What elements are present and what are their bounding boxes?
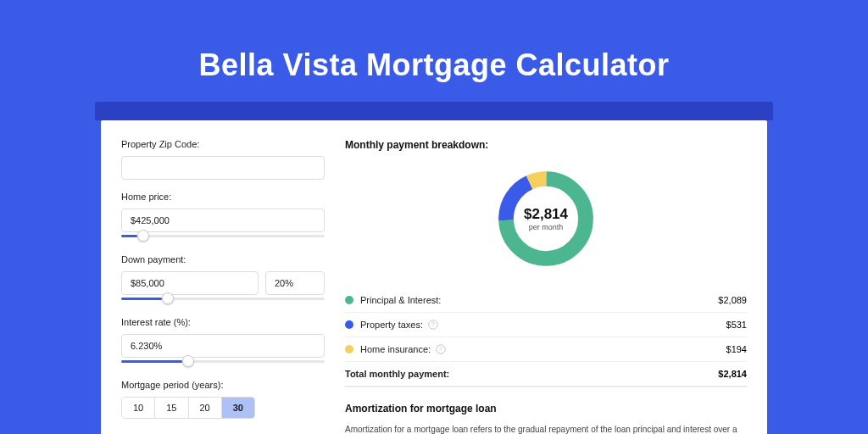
- legend-total-value: $2,814: [718, 369, 747, 379]
- down-payment-pct-input[interactable]: [265, 271, 325, 295]
- legend: Principal & Interest: $2,089 Property ta…: [345, 288, 747, 387]
- zip-label: Property Zip Code:: [121, 139, 325, 149]
- down-payment-label: Down payment:: [121, 254, 325, 264]
- donut-center-amount: $2,814: [524, 206, 568, 223]
- period-option-10[interactable]: 10: [122, 398, 155, 418]
- period-option-15[interactable]: 15: [155, 398, 188, 418]
- legend-value: $2,089: [718, 295, 747, 305]
- home-price-label: Home price:: [121, 192, 325, 202]
- legend-value: $194: [726, 344, 747, 354]
- legend-row-insurance: Home insurance: ? $194: [345, 337, 747, 362]
- amortization-body: Amortization for a mortgage loan refers …: [345, 423, 747, 434]
- period-option-20[interactable]: 20: [189, 398, 222, 418]
- amortization-section: Amortization for mortgage loan Amortizat…: [345, 403, 747, 434]
- page-title: Bella Vista Mortgage Calculator: [0, 0, 868, 83]
- interest-rate-slider[interactable]: [121, 356, 325, 368]
- breakdown-panel: Monthly payment breakdown: $2,814 per mo…: [345, 139, 747, 434]
- inputs-panel: Property Zip Code: Home price: Down paym…: [121, 139, 325, 434]
- donut-center-label: per month: [529, 223, 564, 231]
- period-option-30[interactable]: 30: [222, 398, 254, 418]
- zip-input[interactable]: [121, 156, 325, 180]
- interest-rate-label: Interest rate (%):: [121, 317, 325, 327]
- slider-knob[interactable]: [182, 355, 194, 367]
- mortgage-period-label: Mortgage period (years):: [121, 380, 325, 390]
- legend-row-principal: Principal & Interest: $2,089: [345, 288, 747, 313]
- legend-value: $531: [726, 320, 747, 330]
- slider-knob[interactable]: [137, 230, 149, 242]
- card-shadow: [95, 102, 773, 120]
- info-icon[interactable]: ?: [428, 320, 438, 330]
- home-price-slider[interactable]: [121, 231, 325, 242]
- legend-swatch: [345, 296, 353, 304]
- mortgage-period-group: 10 15 20 30: [121, 397, 255, 419]
- down-payment-input[interactable]: [121, 271, 259, 295]
- amortization-title: Amortization for mortgage loan: [345, 403, 747, 415]
- legend-label: Home insurance:: [360, 344, 431, 354]
- legend-label: Property taxes:: [360, 320, 423, 330]
- donut-chart: $2,814 per month: [493, 166, 598, 271]
- down-payment-slider[interactable]: [121, 293, 325, 305]
- legend-row-total: Total monthly payment: $2,814: [345, 362, 747, 387]
- svg-text:?: ?: [431, 321, 435, 327]
- slider-knob[interactable]: [162, 292, 174, 304]
- interest-rate-input[interactable]: [121, 334, 325, 358]
- legend-label: Principal & Interest:: [360, 295, 441, 305]
- legend-total-label: Total monthly payment:: [345, 369, 449, 379]
- breakdown-title: Monthly payment breakdown:: [345, 139, 747, 151]
- calculator-card: Property Zip Code: Home price: Down paym…: [101, 120, 767, 434]
- legend-row-taxes: Property taxes: ? $531: [345, 313, 747, 337]
- svg-text:?: ?: [439, 346, 442, 352]
- legend-swatch: [345, 320, 353, 329]
- legend-swatch: [345, 345, 353, 353]
- info-icon[interactable]: ?: [436, 344, 446, 354]
- home-price-input[interactable]: [121, 209, 325, 232]
